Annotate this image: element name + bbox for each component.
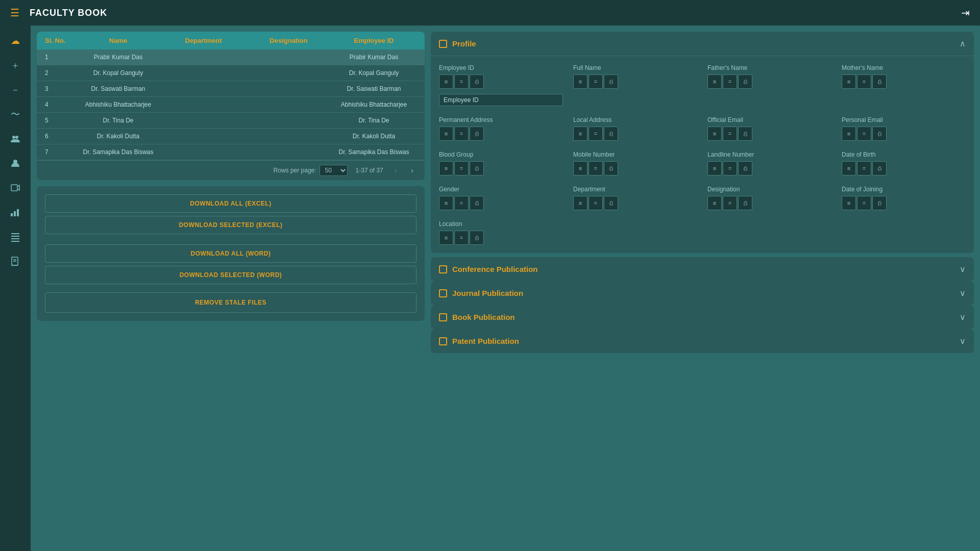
sidebar-item-add[interactable]: ＋	[5, 55, 26, 76]
hamburger-icon[interactable]: ☰	[10, 7, 19, 19]
filter-btn[interactable]: ≡	[842, 74, 856, 89]
print-btn[interactable]: ⎙	[604, 161, 618, 176]
field-input-employee-id[interactable]	[439, 94, 563, 106]
logout-icon[interactable]: ⇥	[961, 7, 970, 19]
remove-stale-button[interactable]: REMOVE STALE FILES	[45, 292, 416, 313]
print-btn[interactable]: ⎙	[738, 161, 752, 176]
rows-per-page-select[interactable]: 50 25 100	[320, 165, 348, 176]
filter-btn[interactable]: ≡	[573, 161, 587, 176]
accordion-header-1[interactable]: Journal Publication∨	[431, 281, 974, 305]
rows-per-page: Rows per page: 50 25 100	[274, 165, 348, 176]
filter-btn[interactable]: ≡	[842, 161, 856, 176]
equals-btn[interactable]: =	[723, 74, 737, 89]
print-btn[interactable]: ⎙	[604, 127, 618, 141]
print-btn[interactable]: ⎙	[738, 127, 752, 141]
sidebar-item-chart[interactable]: 〜	[5, 104, 26, 124]
print-btn[interactable]: ⎙	[470, 127, 484, 141]
print-btn[interactable]: ⎙	[872, 127, 887, 141]
print-btn[interactable]: ⎙	[470, 161, 484, 176]
filter-btn[interactable]: ≡	[439, 127, 453, 141]
print-btn[interactable]: ⎙	[470, 74, 484, 89]
accordion-header-2[interactable]: Book Publication∨	[431, 305, 974, 329]
print-btn[interactable]: ⎙	[738, 196, 752, 210]
equals-btn[interactable]: =	[723, 127, 737, 141]
equals-btn[interactable]: =	[857, 196, 871, 210]
filter-btn[interactable]: ≡	[439, 196, 453, 210]
print-btn[interactable]: ⎙	[872, 161, 887, 176]
equals-btn[interactable]: =	[723, 161, 737, 176]
equals-btn[interactable]: =	[589, 196, 603, 210]
filter-btn[interactable]: ≡	[707, 161, 722, 176]
accordion-checkbox-1[interactable]	[439, 289, 447, 297]
print-btn[interactable]: ⎙	[470, 196, 484, 210]
print-btn[interactable]: ⎙	[872, 196, 887, 210]
equals-btn[interactable]: =	[454, 127, 469, 141]
field-controls: ≡=⎙	[707, 127, 831, 141]
cell-name: Dr. Samapika Das Biswas	[76, 148, 161, 156]
sidebar-item-user[interactable]	[5, 153, 26, 173]
accordion-checkbox-0[interactable]	[439, 265, 447, 273]
filter-btn[interactable]: ≡	[707, 127, 722, 141]
filter-btn[interactable]: ≡	[573, 196, 587, 210]
field-controls: ≡=⎙	[707, 161, 831, 176]
sidebar-item-video[interactable]	[5, 178, 26, 198]
equals-btn[interactable]: =	[723, 196, 737, 210]
download-selected-excel-button[interactable]: DOWNLOAD SELECTED (EXCEL)	[45, 216, 416, 234]
profile-checkbox[interactable]	[439, 40, 447, 48]
sidebar-item-users[interactable]	[5, 129, 26, 149]
print-btn[interactable]: ⎙	[872, 74, 887, 89]
print-btn[interactable]: ⎙	[738, 74, 752, 89]
equals-btn[interactable]: =	[454, 161, 469, 176]
table-row[interactable]: 2 Dr. Kopal Ganguly Dr. Kopal Ganguly	[37, 65, 425, 81]
print-btn[interactable]: ⎙	[604, 196, 618, 210]
equals-btn[interactable]: =	[454, 74, 469, 89]
equals-btn[interactable]: =	[589, 161, 603, 176]
filter-btn[interactable]: ≡	[439, 74, 453, 89]
download-all-excel-button[interactable]: DOWNLOAD ALL (EXCEL)	[45, 194, 416, 213]
field-label: Landline Number	[707, 151, 831, 158]
print-btn[interactable]: ⎙	[604, 74, 618, 89]
filter-btn[interactable]: ≡	[842, 196, 856, 210]
equals-btn[interactable]: =	[589, 74, 603, 89]
table-row[interactable]: 3 Dr. Saswati Barman Dr. Saswati Barman	[37, 81, 425, 97]
sidebar-item-cloud[interactable]: ☁	[5, 31, 26, 51]
equals-btn[interactable]: =	[857, 127, 871, 141]
table-row[interactable]: 6 Dr. Kakoli Dutta Dr. Kakoli Dutta	[37, 129, 425, 144]
sidebar-item-minus[interactable]: －	[5, 80, 26, 100]
table-row[interactable]: 1 Prabir Kumar Das Prabir Kumar Das	[37, 49, 425, 65]
sidebar-item-list[interactable]	[5, 227, 26, 247]
accordion-checkbox-2[interactable]	[439, 313, 447, 321]
filter-btn[interactable]: ≡	[439, 161, 453, 176]
sidebar-item-book[interactable]	[5, 251, 26, 271]
equals-btn[interactable]: =	[857, 74, 871, 89]
equals-btn[interactable]: =	[454, 196, 469, 210]
filter-btn[interactable]: ≡	[573, 127, 587, 141]
filter-btn[interactable]: ≡	[842, 127, 856, 141]
table-row[interactable]: 5 Dr. Tina De Dr. Tina De	[37, 113, 425, 129]
download-selected-word-button[interactable]: DOWNLOAD SELECTED (WORD)	[45, 266, 416, 284]
next-page-button[interactable]: ›	[408, 165, 416, 176]
profile-section-header[interactable]: Profile ∧	[431, 32, 974, 56]
field-controls: ≡=⎙	[573, 127, 697, 141]
download-all-word-button[interactable]: DOWNLOAD ALL (WORD)	[45, 244, 416, 263]
content-area: Sl. No. Name Department Designation Empl…	[31, 26, 980, 551]
equals-btn[interactable]: =	[454, 231, 469, 245]
app-title: FACULTY BOOK	[30, 8, 107, 18]
table-row[interactable]: 7 Dr. Samapika Das Biswas Dr. Samapika D…	[37, 144, 425, 160]
accordion-header-3[interactable]: Patent Publication∨	[431, 329, 974, 353]
cell-empid: Dr. Tina De	[331, 117, 416, 124]
filter-btn[interactable]: ≡	[707, 196, 722, 210]
field-label: Date of Birth	[842, 151, 966, 158]
accordion-header-0[interactable]: Conference Publication∨	[431, 257, 974, 281]
filter-btn[interactable]: ≡	[573, 74, 587, 89]
equals-btn[interactable]: =	[589, 127, 603, 141]
filter-btn[interactable]: ≡	[707, 74, 722, 89]
filter-btn[interactable]: ≡	[439, 231, 453, 245]
accordion-checkbox-3[interactable]	[439, 337, 447, 345]
sidebar-item-bars[interactable]	[5, 202, 26, 222]
equals-btn[interactable]: =	[857, 161, 871, 176]
svg-rect-10	[11, 241, 19, 242]
prev-page-button[interactable]: ‹	[391, 165, 400, 176]
print-btn[interactable]: ⎙	[470, 231, 484, 245]
table-row[interactable]: 4 Abhishiku Bhattacharjee Abhishiku Bhat…	[37, 97, 425, 113]
